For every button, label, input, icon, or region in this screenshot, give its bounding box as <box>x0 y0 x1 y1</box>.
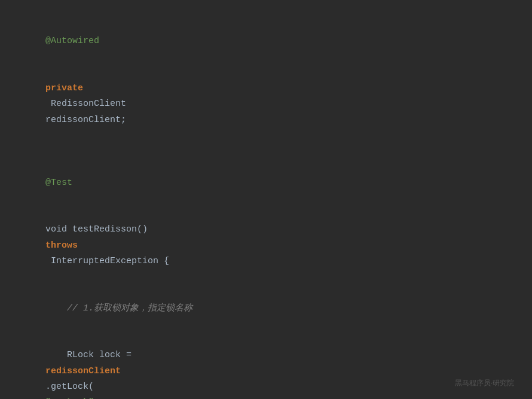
keyword-private: private <box>45 83 83 93</box>
line-get-lock: RLock lock = redissonClient .getLock( "a… <box>24 332 508 399</box>
field-type: RedissonClient <box>45 99 132 109</box>
code-container: @Autowired private RedissonClient rediss… <box>0 0 532 399</box>
blank-line-1 <box>24 144 508 159</box>
method-return: void testRedisson() <box>45 224 153 234</box>
line-autowired: @Autowired <box>24 18 508 65</box>
get-lock-call: .getLock( <box>45 382 94 392</box>
field-name: redissonClient; <box>45 115 126 125</box>
rlock-decl: RLock lock = <box>45 350 137 360</box>
line-field: private RedissonClient redissonClient; <box>24 65 508 144</box>
method-exception: InterruptedException { <box>45 256 169 266</box>
line-test: @Test <box>24 159 508 206</box>
keyword-throws: throws <box>45 240 78 251</box>
annotation-test: @Test <box>45 178 72 188</box>
annotation-autowired: @Autowired <box>45 36 99 46</box>
line-comment-1: // 1.获取锁对象，指定锁名称 <box>24 285 508 332</box>
comment-1-text: // 1.获取锁对象，指定锁名称 <box>45 303 192 313</box>
redisson-client-ref: redissonClient <box>45 366 121 376</box>
line-method-sig: void testRedisson() throws InterruptedEx… <box>24 206 508 285</box>
watermark: 黑马程序员·研究院 <box>455 378 514 388</box>
